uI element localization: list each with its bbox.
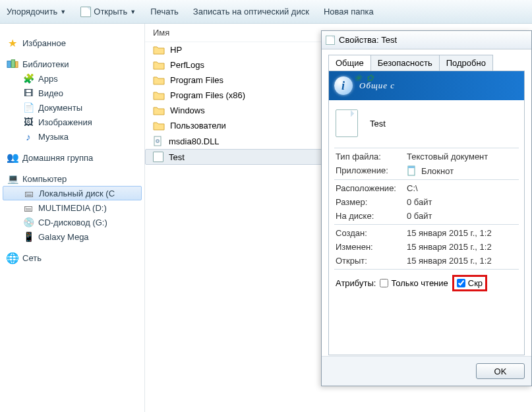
separator xyxy=(334,269,519,270)
file-icon xyxy=(326,36,335,45)
organize-menu[interactable]: Упорядочить ▼ xyxy=(4,5,69,18)
sidebar-item-documents[interactable]: 📄Документы xyxy=(3,100,142,115)
folder-icon xyxy=(153,121,165,131)
computer-icon: 💻 xyxy=(7,173,18,184)
folder-icon xyxy=(153,91,165,100)
file-name: Program Files (x86) xyxy=(170,90,245,100)
row-modified: Изменен:15 января 2015 г., 1:2 xyxy=(329,240,524,254)
readonly-checkbox[interactable] xyxy=(380,279,388,287)
sidebar-item-label: MULTIMEDIA (D:) xyxy=(38,203,107,213)
sidebar-favorites[interactable]: ★ Избранное xyxy=(3,36,142,50)
libraries-label: Библиотеки xyxy=(22,59,69,69)
highlight-box: Скр xyxy=(452,275,487,291)
sidebar-item-drive-c[interactable]: 🖴Локальный диск (C xyxy=(3,186,142,200)
readonly-checkbox-label[interactable]: Только чтение xyxy=(380,278,448,288)
apps-icon: 🧩 xyxy=(22,73,34,84)
tab-general[interactable]: Общие xyxy=(328,55,371,71)
network-label: Сеть xyxy=(22,253,42,263)
sidebar-item-label: Видео xyxy=(38,88,63,98)
burn-button[interactable]: Записать на оптический диск xyxy=(191,5,312,18)
info-icon: i xyxy=(334,76,353,95)
sidebar-libraries[interactable]: Библиотеки xyxy=(3,57,142,71)
sidebar-network[interactable]: 🌐Сеть xyxy=(3,250,142,265)
svg-rect-1 xyxy=(11,60,15,68)
value: Текстовый документ xyxy=(407,152,517,162)
file-name: Пользователи xyxy=(170,121,226,131)
sidebar-item-music[interactable]: ♪Музыка xyxy=(3,129,142,144)
drive-icon: 🖴 xyxy=(22,202,34,213)
homegroup-label: Домашняя группа xyxy=(22,153,93,163)
row-created: Создан:15 января 2015 г., 1:2 xyxy=(329,226,524,240)
row-location: Расположение:C:\ xyxy=(329,181,524,195)
video-icon: 🎞 xyxy=(22,88,34,98)
open-label: Открыть xyxy=(94,7,127,16)
sidebar-item-pictures[interactable]: 🖼Изображения xyxy=(3,115,142,129)
open-button[interactable]: Открыть ▼ xyxy=(78,5,138,18)
label: Изменен: xyxy=(336,242,407,252)
sidebar-item-drive-g[interactable]: 💿CD-дисковод (G:) xyxy=(3,215,142,229)
row-filetype: Тип файла:Текстовый документ xyxy=(329,150,524,163)
sidebar-item-label: Документы xyxy=(38,103,82,113)
sidebar-homegroup[interactable]: 👥Домашняя группа xyxy=(3,150,142,165)
cd-icon: 💿 xyxy=(22,217,34,227)
music-icon: ♪ xyxy=(22,131,34,142)
label: Атрибуты: xyxy=(336,278,376,288)
value: 0 байт xyxy=(407,197,517,207)
sidebar-computer[interactable]: 💻Компьютер xyxy=(3,171,142,186)
row-size: Размер:0 байт xyxy=(329,195,524,209)
sidebar-item-label: Apps xyxy=(38,74,58,84)
ok-button[interactable]: OK xyxy=(476,363,525,379)
separator xyxy=(334,148,519,148)
sidebar-item-galaxy[interactable]: 📱Galaxy Mega xyxy=(3,229,142,244)
file-name: HP xyxy=(170,45,182,55)
sidebar-item-label: Galaxy Mega xyxy=(38,232,89,242)
file-name: PerfLogs xyxy=(170,60,204,70)
sidebar-item-label: Локальный диск (C xyxy=(39,189,115,198)
dialog-titlebar[interactable]: Свойства: Test xyxy=(322,31,531,49)
value: C:\ xyxy=(407,183,517,193)
new-folder-label: Новая папка xyxy=(324,7,374,16)
new-folder-button[interactable]: Новая папка xyxy=(321,5,376,18)
row-accessed: Открыт:15 января 2015 г., 1:2 xyxy=(329,254,524,268)
print-button[interactable]: Печать xyxy=(148,5,181,18)
file-name: Test xyxy=(169,152,185,162)
computer-label: Компьютер xyxy=(22,174,67,184)
tab-bar: Общие Безопасность Подробно xyxy=(328,55,525,71)
folder-icon xyxy=(153,45,165,55)
sidebar-item-label: Изображения xyxy=(38,117,92,127)
leaf-decoration: ❀ ✿ xyxy=(354,73,374,83)
network-icon: 🌐 xyxy=(7,252,18,263)
tab-details[interactable]: Подробно xyxy=(439,55,493,71)
label: Открыт: xyxy=(336,256,407,266)
phone-icon: 📱 xyxy=(22,231,34,242)
svg-rect-2 xyxy=(16,61,18,67)
text-file-icon xyxy=(153,152,163,162)
libraries-icon xyxy=(7,59,18,69)
folder-icon xyxy=(153,106,165,115)
sidebar-item-drive-d[interactable]: 🖴MULTIMEDIA (D:) xyxy=(3,200,142,215)
label: Приложение: xyxy=(336,165,407,176)
label: Размер: xyxy=(336,197,407,207)
hidden-checkbox-label[interactable]: Скр xyxy=(457,278,483,288)
app-name: Блокнот xyxy=(421,166,454,176)
folder-icon xyxy=(153,61,165,70)
homegroup-icon: 👥 xyxy=(7,152,18,163)
value: 15 января 2015 г., 1:2 xyxy=(407,256,517,266)
svg-rect-0 xyxy=(7,61,11,68)
banner: i ❀ ✿ Общие с xyxy=(329,71,524,100)
sidebar-item-video[interactable]: 🎞Видео xyxy=(3,86,142,100)
value: 0 байт xyxy=(407,211,517,221)
sidebar-item-apps[interactable]: 🧩Apps xyxy=(3,71,142,86)
readonly-text: Только чтение xyxy=(391,278,448,288)
file-icon xyxy=(80,7,91,17)
print-label: Печать xyxy=(150,7,179,16)
tab-security[interactable]: Безопасность xyxy=(370,55,440,71)
burn-label: Записать на оптический диск xyxy=(193,7,309,16)
documents-icon: 📄 xyxy=(22,102,34,113)
hidden-checkbox[interactable] xyxy=(457,279,465,287)
label: Тип файла: xyxy=(336,152,407,162)
sidebar-item-label: Музыка xyxy=(38,132,69,142)
dialog-title-text: Свойства: Test xyxy=(339,35,397,45)
hidden-text: Скр xyxy=(468,278,483,288)
file-name-field[interactable]: Test xyxy=(370,119,386,129)
